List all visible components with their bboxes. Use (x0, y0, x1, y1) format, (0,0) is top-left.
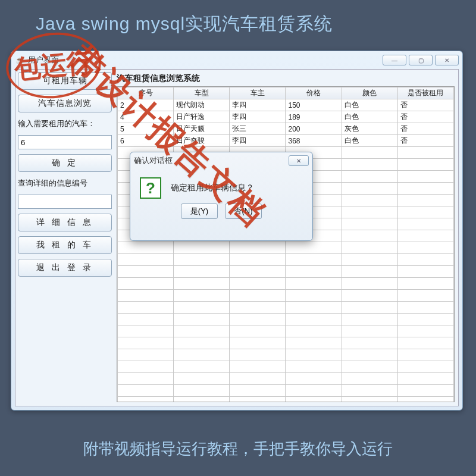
table-cell (230, 337, 286, 349)
my-car-button[interactable]: 我 租 的 车 (18, 236, 112, 254)
table-cell (397, 171, 453, 183)
table-cell: 否 (397, 111, 453, 123)
table-row (118, 266, 454, 278)
table-cell (397, 266, 453, 278)
table-cell: 李四 (230, 99, 286, 111)
table-cell (342, 290, 397, 302)
rent-car-input[interactable] (18, 135, 112, 149)
table-cell (397, 314, 453, 325)
table-cell (174, 325, 230, 337)
banner-bottom: 附带视频指导运行教程，手把手教你导入运行 (0, 439, 476, 459)
minimize-button[interactable]: — (383, 55, 406, 65)
table-cell: 日产天籁 (174, 123, 230, 135)
column-header[interactable]: 颜色 (342, 87, 397, 99)
table-row[interactable]: 4日产轩逸李四189白色否 (118, 111, 454, 123)
table-row (118, 361, 454, 373)
table-row (118, 314, 454, 325)
column-header[interactable]: 车主 (230, 87, 286, 99)
yes-button[interactable]: 是(Y) (181, 203, 218, 219)
table-cell (230, 278, 286, 290)
browse-info-button[interactable]: 汽车信息浏览 (18, 95, 112, 112)
detail-button[interactable]: 详 细 信 息 (18, 214, 112, 231)
table-cell (118, 337, 174, 349)
table-row[interactable]: 2现代朗动李四150白色否 (118, 99, 454, 111)
dialog-titlebar: 确认对话框 ✕ (130, 152, 312, 169)
table-cell: 368 (286, 135, 342, 147)
table-cell (230, 254, 286, 266)
table-cell (230, 385, 286, 397)
banner-top: Java swing mysql实现汽车租赁系统 (0, 0, 476, 42)
table-cell: 日产奇骏 (174, 135, 230, 147)
table-cell (397, 290, 453, 302)
table-cell (342, 266, 397, 278)
dialog-body: ? 确定租用此车辆信息？ (130, 169, 312, 203)
table-cell (397, 183, 453, 195)
table-row[interactable]: 5日产天籁张三200灰色否 (118, 123, 454, 135)
no-button[interactable]: 否(N) (225, 203, 262, 219)
table-cell (342, 385, 397, 397)
column-header[interactable]: 序号 (118, 87, 174, 99)
table-cell (397, 278, 453, 290)
table-cell (397, 230, 453, 242)
table-cell (286, 242, 342, 254)
table-cell: 张三 (230, 123, 286, 135)
query-id-input[interactable] (18, 195, 112, 209)
table-cell (342, 325, 397, 337)
table-cell (286, 385, 342, 397)
dialog-title: 确认对话框 (134, 155, 289, 166)
table-cell (230, 373, 286, 385)
table-cell (118, 242, 174, 254)
table-cell: 灰色 (342, 123, 397, 135)
logout-button[interactable]: 退 出 登 录 (18, 259, 112, 277)
maximize-button[interactable]: ▢ (409, 55, 433, 65)
sidebar: 可租用车辆 汽车信息浏览 输入需要租用的汽车： 确 定 查询详细的信息编号 详 … (18, 72, 112, 277)
table-cell (342, 349, 397, 361)
table-cell (286, 349, 342, 361)
table-cell (118, 278, 174, 290)
confirm-dialog: 确认对话框 ✕ ? 确定租用此车辆信息？ 是(Y) 否(N) (130, 152, 313, 241)
table-cell: 否 (397, 99, 453, 111)
table-cell (342, 242, 397, 254)
table-cell (286, 314, 342, 325)
table-cell: 否 (397, 123, 453, 135)
dialog-buttons: 是(Y) 否(N) (130, 203, 312, 225)
table-cell: 李四 (230, 111, 286, 123)
table-row (118, 242, 454, 254)
table-row (118, 373, 454, 385)
close-button[interactable]: ✕ (435, 55, 459, 65)
table-cell: 白色 (342, 99, 397, 111)
table-cell: 4 (118, 111, 174, 123)
titlebar: ☕ 用户界面 — ▢ ✕ (11, 51, 462, 69)
column-header[interactable]: 价格 (286, 87, 342, 99)
table-cell (342, 206, 397, 218)
table-cell (174, 373, 230, 385)
table-row[interactable]: 6日产奇骏李四368白色否 (118, 135, 454, 147)
table-cell (342, 183, 397, 195)
query-input-label: 查询详细的信息编号 (18, 177, 112, 190)
table-row (118, 290, 454, 302)
table-cell (397, 337, 453, 349)
table-cell (174, 349, 230, 361)
column-header[interactable]: 车型 (174, 87, 230, 99)
table-cell (342, 278, 397, 290)
rent-input-label: 输入需要租用的汽车： (18, 117, 112, 130)
table-cell (342, 397, 397, 403)
table-cell (286, 302, 342, 314)
table-cell: 150 (286, 99, 342, 111)
column-header[interactable]: 是否被租用 (397, 87, 453, 99)
table-cell (397, 147, 453, 159)
table-cell (397, 218, 453, 230)
table-cell (286, 337, 342, 349)
rentable-cars-button[interactable]: 可租用车辆 (18, 72, 112, 90)
table-cell (397, 159, 453, 171)
table-cell (397, 206, 453, 218)
table-cell: 200 (286, 123, 342, 135)
table-cell (174, 361, 230, 373)
table-row (118, 397, 454, 403)
table-cell (342, 314, 397, 325)
dialog-close-button[interactable]: ✕ (289, 155, 309, 166)
confirm-button[interactable]: 确 定 (18, 154, 112, 172)
table-cell (342, 302, 397, 314)
table-cell (118, 373, 174, 385)
table-cell (174, 242, 230, 254)
